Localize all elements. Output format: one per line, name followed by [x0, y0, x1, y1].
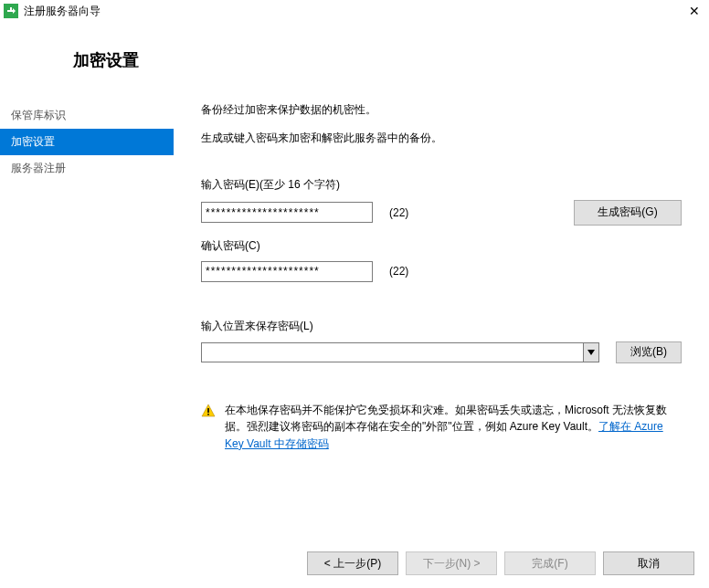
window-title: 注册服务器向导: [24, 4, 101, 19]
confirm-pass-input[interactable]: [201, 261, 373, 282]
close-icon[interactable]: ✕: [685, 4, 704, 18]
confirm-pass-count: (22): [389, 265, 408, 278]
description-line-2: 生成或键入密码来加密和解密此服务器中的备份。: [201, 131, 682, 146]
wizard-body: 保管库标识 加密设置 服务器注册 备份经过加密来保护数据的机密性。 生成或键入密…: [0, 102, 709, 539]
enter-pass-label: 输入密码(E)(至少 16 个字符): [201, 177, 682, 193]
description-line-1: 备份经过加密来保护数据的机密性。: [201, 102, 682, 118]
sidebar-item-vault-id[interactable]: 保管库标识: [0, 102, 174, 129]
enter-pass-count: (22): [389, 206, 408, 219]
browse-button[interactable]: 浏览(B): [616, 341, 682, 363]
warning-block: 在本地保存密码并不能保护它免受损坏和灾难。如果密码丢失或遗忘，Microsoft…: [201, 402, 672, 453]
wizard-content: 备份经过加密来保护数据的机密性。 生成或键入密码来加密和解密此服务器中的备份。 …: [174, 102, 709, 539]
location-combobox[interactable]: [201, 342, 599, 362]
chevron-down-icon[interactable]: [583, 343, 598, 362]
wizard-steps-sidebar: 保管库标识 加密设置 服务器注册: [0, 102, 174, 539]
warning-text: 在本地保存密码并不能保护它免受损坏和灾难。如果密码丢失或遗忘，Microsoft…: [225, 402, 672, 453]
finish-button: 完成(F): [504, 551, 596, 575]
cancel-button[interactable]: 取消: [603, 551, 694, 575]
back-button[interactable]: < 上一步(P): [307, 551, 398, 575]
enter-pass-input[interactable]: [201, 202, 373, 223]
location-input[interactable]: [202, 343, 583, 362]
titlebar: 注册服务器向导 ✕: [0, 0, 709, 22]
generate-pass-button[interactable]: 生成密码(G): [574, 200, 682, 226]
page-title: 加密设置: [0, 22, 709, 97]
sidebar-item-server-reg[interactable]: 服务器注册: [0, 155, 174, 182]
confirm-pass-label: 确认密码(C): [201, 238, 682, 254]
svg-rect-2: [207, 414, 209, 415]
next-button: 下一步(N) >: [406, 551, 497, 575]
sidebar-item-encryption[interactable]: 加密设置: [0, 129, 174, 155]
location-label: 输入位置来保存密码(L): [201, 319, 682, 334]
svg-rect-1: [207, 408, 209, 413]
app-icon: [4, 4, 18, 18]
wizard-footer: < 上一步(P) 下一步(N) > 完成(F) 取消: [307, 551, 694, 575]
warning-icon: [201, 404, 216, 418]
